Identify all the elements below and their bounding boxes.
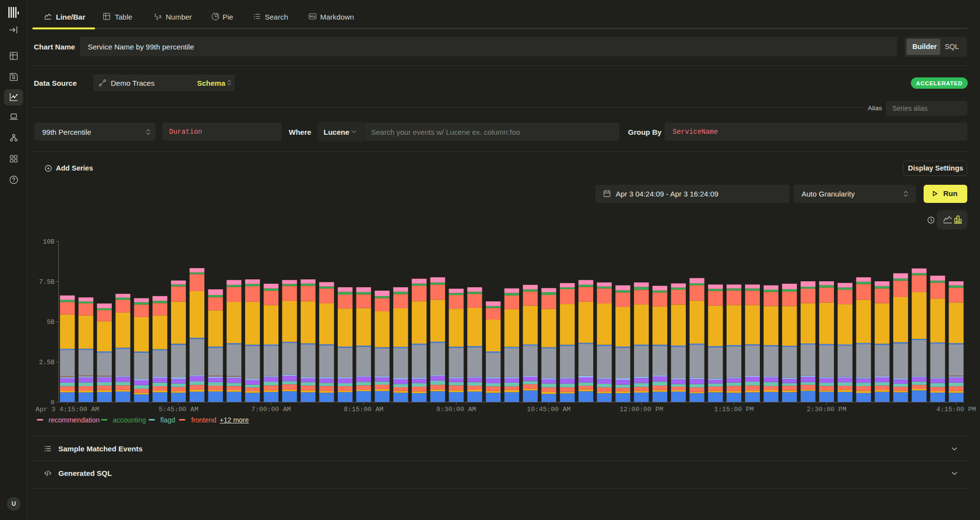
svg-text:2:30:00 PM: 2:30:00 PM [806,406,846,413]
svg-text:1:15:00 PM: 1:15:00 PM [714,406,754,413]
svg-text:4:15:00 PM: 4:15:00 PM [936,406,976,413]
svg-text:7:00:00 AM: 7:00:00 AM [251,406,291,413]
svg-text:10:45:00 AM: 10:45:00 AM [527,406,571,413]
svg-text:7.5B: 7.5B [39,278,54,286]
svg-text:10B: 10B [43,238,55,246]
svg-text:0: 0 [50,399,54,406]
svg-text:9:30:00 AM: 9:30:00 AM [436,406,476,413]
svg-text:12:00:00 PM: 12:00:00 PM [620,406,663,413]
svg-text:2.5B: 2.5B [39,359,54,366]
svg-text:Apr 3 4:15:00 AM: Apr 3 4:15:00 AM [36,406,100,413]
svg-text:5B: 5B [47,319,54,326]
svg-text:5:45:00 AM: 5:45:00 AM [158,406,198,413]
svg-text:8:15:00 AM: 8:15:00 AM [344,406,383,413]
